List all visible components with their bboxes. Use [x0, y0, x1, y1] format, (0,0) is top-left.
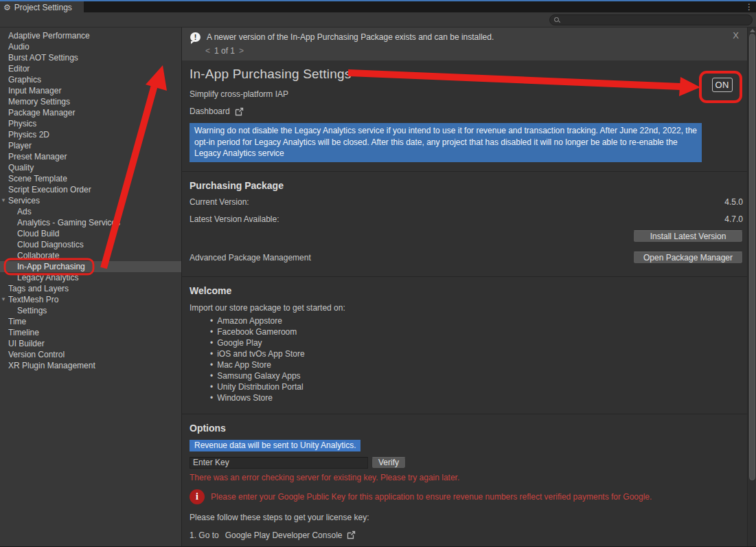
current-version-value: 4.5.0 — [724, 197, 743, 207]
legacy-analytics-warning: Warning do not disable the Legacy Analyt… — [190, 123, 702, 162]
dashboard-link[interactable]: Dashboard — [190, 107, 743, 116]
sidebar-item-player[interactable]: Player — [0, 140, 181, 151]
welcome-heading: Welcome — [190, 285, 743, 296]
dashboard-label: Dashboard — [190, 107, 230, 116]
sidebar-item-in-app-purchasing[interactable]: In-App Purchasing — [0, 261, 181, 272]
page-subtitle: Simplify cross-platform IAP — [190, 89, 743, 99]
pager-prev-icon[interactable]: < — [205, 46, 210, 56]
sidebar-item-audio[interactable]: Audio — [0, 41, 181, 52]
steps-intro: Please follow these steps to get your li… — [190, 513, 743, 522]
sidebar-item-script-execution-order[interactable]: Script Execution Order — [0, 184, 181, 195]
kebab-menu-icon[interactable]: ⋮ — [745, 1, 753, 12]
section-divider — [182, 171, 747, 172]
sidebar-item-adaptive-performance[interactable]: Adaptive Performance — [0, 30, 181, 41]
sidebar-item-tags-and-layers[interactable]: Tags and Layers — [0, 283, 181, 294]
sidebar-item-label: Adaptive Performance — [8, 31, 90, 41]
sidebar-item-input-manager[interactable]: Input Manager — [0, 85, 181, 96]
close-icon[interactable]: X — [733, 30, 739, 41]
sidebar-item-label: Graphics — [8, 75, 41, 85]
sidebar-item-label: Memory Settings — [8, 97, 70, 107]
sidebar-item-label: Physics 2D — [8, 130, 49, 139]
sidebar-item-label: Burst AOT Settings — [8, 53, 78, 63]
sidebar-item-label: Legacy Analytics — [17, 273, 78, 282]
sidebar-item-services[interactable]: ▼Services — [0, 195, 181, 206]
sidebar-item-graphics[interactable]: Graphics — [0, 74, 181, 85]
sidebar-item-cloud-diagnostics[interactable]: Cloud Diagnostics — [0, 239, 181, 250]
install-latest-version-button[interactable]: Install Latest Version — [633, 230, 743, 243]
step-1: 1. Go to Google Play Developer Console — [190, 531, 743, 540]
sidebar-item-xr-plugin-management[interactable]: XR Plugin Management — [0, 360, 181, 371]
sidebar-item-label: Ads — [17, 207, 32, 216]
external-link-icon — [347, 531, 356, 539]
foldout-icon[interactable]: ▼ — [1, 294, 8, 305]
verify-button[interactable]: Verify — [371, 457, 406, 469]
sidebar-item-scene-template[interactable]: Scene Template — [0, 173, 181, 184]
sidebar-item-label: Version Control — [8, 350, 65, 359]
sidebar-item-collaborate[interactable]: Collaborate — [0, 250, 181, 261]
scroll-up-icon[interactable] — [750, 29, 755, 32]
sidebar-item-editor[interactable]: Editor — [0, 63, 181, 74]
sidebar-item-quality[interactable]: Quality — [0, 162, 181, 173]
sidebar-item-cloud-build[interactable]: Cloud Build — [0, 228, 181, 239]
sidebar-item-time[interactable]: Time — [0, 316, 181, 327]
search-input[interactable] — [560, 16, 752, 24]
sidebar-item-version-control[interactable]: Version Control — [0, 349, 181, 360]
sidebar-item-label: Settings — [17, 306, 47, 315]
sidebar-item-label: Preset Manager — [8, 152, 67, 161]
current-version-label: Current Version: — [190, 197, 249, 207]
open-package-manager-button[interactable]: Open Package Manager — [633, 252, 743, 264]
toolbar — [0, 12, 756, 27]
sidebar-item-memory-settings[interactable]: Memory Settings — [0, 96, 181, 107]
sidebar-item-label: TextMesh Pro — [8, 295, 58, 304]
foldout-icon[interactable]: ▼ — [1, 195, 8, 206]
external-link-icon — [235, 107, 244, 116]
sidebar-item-label: XR Plugin Management — [8, 361, 95, 370]
store-item-facebook-gameroom: Facebook Gameroom — [210, 326, 743, 337]
sidebar-item-label: Cloud Build — [17, 229, 59, 238]
scrollbar-thumb[interactable] — [749, 34, 755, 480]
sidebar-item-burst-aot-settings[interactable]: Burst AOT Settings — [0, 52, 181, 63]
info-bubble-icon: ! — [190, 32, 201, 42]
search-box[interactable] — [549, 14, 753, 25]
sidebar-item-label: Collaborate — [17, 251, 59, 260]
sidebar-item-analytics-gaming-services[interactable]: Analytics - Gaming Services — [0, 217, 181, 228]
banner-message: A newer version of the In-App Purchasing… — [207, 32, 494, 42]
sidebar-item-label: Physics — [8, 119, 36, 129]
sidebar-item-package-manager[interactable]: Package Manager — [0, 107, 181, 118]
store-item-amazon-appstore: Amazon Appstore — [210, 315, 743, 326]
store-item-google-play: Google Play — [210, 337, 743, 348]
purchasing-package-heading: Purchasing Package — [190, 180, 743, 191]
vertical-scrollbar[interactable] — [747, 27, 756, 546]
welcome-intro: Import our store package to get started … — [190, 303, 743, 313]
analytics-notice-badge: Revenue data will be sent to Unity Analy… — [190, 440, 360, 451]
pager-label: 1 of 1 — [214, 46, 235, 56]
iap-on-toggle[interactable]: ON — [712, 78, 733, 92]
sidebar-item-physics-2d[interactable]: Physics 2D — [0, 129, 181, 140]
sidebar-item-timeline[interactable]: Timeline — [0, 327, 181, 338]
sidebar-item-ads[interactable]: Ads — [0, 206, 181, 217]
sidebar-item-label: Audio — [8, 42, 30, 52]
banner-pager: < 1 of 1 > — [205, 46, 747, 56]
sidebar-item-label: Cloud Diagnostics — [17, 240, 84, 249]
sidebar-item-textmesh-pro[interactable]: ▼TextMesh Pro — [0, 294, 181, 305]
page-title: In-App Purchasing Settings — [190, 67, 743, 82]
sidebar-item-label: Analytics - Gaming Services — [17, 218, 120, 227]
sidebar-item-preset-manager[interactable]: Preset Manager — [0, 151, 181, 162]
sidebar-item-legacy-analytics[interactable]: Legacy Analytics — [0, 272, 181, 283]
latest-version-value: 4.7.0 — [724, 214, 743, 224]
license-key-input[interactable] — [190, 457, 368, 469]
sidebar-item-physics[interactable]: Physics — [0, 118, 181, 129]
sidebar-item-label: Quality — [8, 163, 34, 172]
settings-sidebar: Adaptive PerformanceAudioBurst AOT Setti… — [0, 27, 182, 546]
project-settings-window: ⚙ Project Settings ⋮ Adaptive Performanc… — [0, 0, 756, 547]
sidebar-item-settings[interactable]: Settings — [0, 305, 181, 316]
sidebar-item-label: Time — [8, 317, 26, 326]
sidebar-item-label: Player — [8, 141, 32, 150]
step-1-prefix: 1. Go to — [190, 531, 219, 540]
latest-version-label: Latest Version Available: — [190, 214, 279, 224]
sidebar-item-ui-builder[interactable]: UI Builder — [0, 338, 181, 349]
google-play-console-link[interactable]: Google Play Developer Console — [225, 531, 343, 540]
pager-next-icon[interactable]: > — [239, 46, 244, 56]
advanced-package-management-label: Advanced Package Management — [190, 253, 311, 263]
sidebar-item-label: Script Execution Order — [8, 185, 91, 194]
